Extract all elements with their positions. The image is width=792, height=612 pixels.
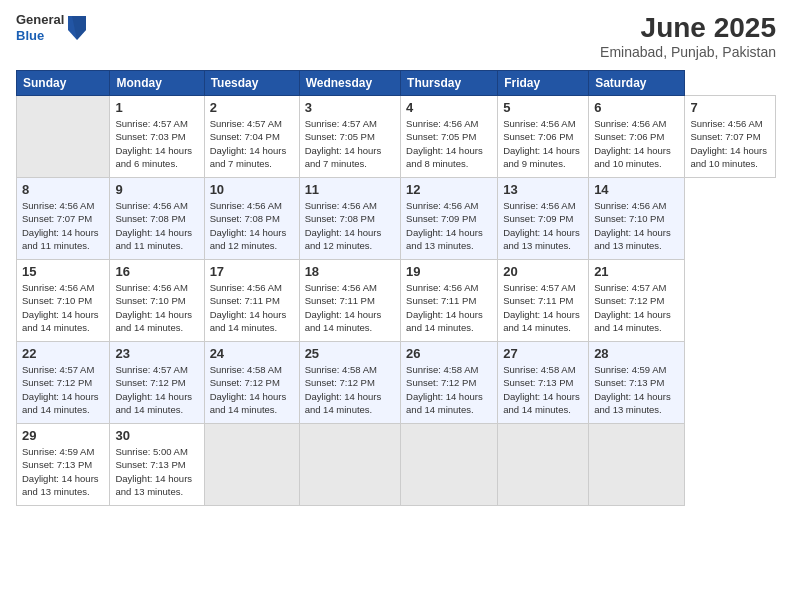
day-info: Sunrise: 4:56 AM Sunset: 7:06 PM Dayligh… (503, 117, 583, 170)
day-info: Sunrise: 4:56 AM Sunset: 7:10 PM Dayligh… (594, 199, 679, 252)
daylight: Daylight: 14 hours and 11 minutes. (115, 227, 192, 251)
table-row: 10 Sunrise: 4:56 AM Sunset: 7:08 PM Dayl… (204, 178, 299, 260)
day-info: Sunrise: 4:57 AM Sunset: 7:12 PM Dayligh… (22, 363, 104, 416)
sunrise: Sunrise: 4:56 AM (406, 200, 478, 211)
daylight: Daylight: 14 hours and 13 minutes. (594, 227, 671, 251)
sunset: Sunset: 7:08 PM (305, 213, 375, 224)
table-row: 14 Sunrise: 4:56 AM Sunset: 7:10 PM Dayl… (589, 178, 685, 260)
sunrise: Sunrise: 5:00 AM (115, 446, 187, 457)
day-number: 18 (305, 264, 395, 279)
sunrise: Sunrise: 4:56 AM (210, 200, 282, 211)
logo-general: General (16, 12, 64, 28)
sunset: Sunset: 7:05 PM (305, 131, 375, 142)
daylight: Daylight: 14 hours and 7 minutes. (210, 145, 287, 169)
table-row (401, 424, 498, 506)
daylight: Daylight: 14 hours and 12 minutes. (305, 227, 382, 251)
daylight: Daylight: 14 hours and 14 minutes. (594, 309, 671, 333)
day-number: 2 (210, 100, 294, 115)
daylight: Daylight: 14 hours and 9 minutes. (503, 145, 580, 169)
table-row: 24 Sunrise: 4:58 AM Sunset: 7:12 PM Dayl… (204, 342, 299, 424)
daylight: Daylight: 14 hours and 14 minutes. (406, 391, 483, 415)
day-info: Sunrise: 4:58 AM Sunset: 7:12 PM Dayligh… (305, 363, 395, 416)
sunrise: Sunrise: 4:56 AM (115, 282, 187, 293)
sunset: Sunset: 7:03 PM (115, 131, 185, 142)
calendar-title: June 2025 (600, 12, 776, 44)
day-number: 27 (503, 346, 583, 361)
col-tuesday: Tuesday (204, 71, 299, 96)
sunset: Sunset: 7:12 PM (22, 377, 92, 388)
table-row: 17 Sunrise: 4:56 AM Sunset: 7:11 PM Dayl… (204, 260, 299, 342)
day-number: 4 (406, 100, 492, 115)
col-monday: Monday (110, 71, 204, 96)
daylight: Daylight: 14 hours and 14 minutes. (22, 309, 99, 333)
sunset: Sunset: 7:10 PM (115, 295, 185, 306)
sunset: Sunset: 7:06 PM (503, 131, 573, 142)
day-info: Sunrise: 4:57 AM Sunset: 7:05 PM Dayligh… (305, 117, 395, 170)
day-number: 9 (115, 182, 198, 197)
daylight: Daylight: 14 hours and 14 minutes. (115, 391, 192, 415)
sunrise: Sunrise: 4:56 AM (22, 200, 94, 211)
table-row: 26 Sunrise: 4:58 AM Sunset: 7:12 PM Dayl… (401, 342, 498, 424)
table-row: 21 Sunrise: 4:57 AM Sunset: 7:12 PM Dayl… (589, 260, 685, 342)
sunrise: Sunrise: 4:58 AM (503, 364, 575, 375)
day-number: 10 (210, 182, 294, 197)
day-info: Sunrise: 4:57 AM Sunset: 7:11 PM Dayligh… (503, 281, 583, 334)
daylight: Daylight: 14 hours and 14 minutes. (305, 391, 382, 415)
daylight: Daylight: 14 hours and 14 minutes. (503, 391, 580, 415)
table-row: 6 Sunrise: 4:56 AM Sunset: 7:06 PM Dayli… (589, 96, 685, 178)
day-info: Sunrise: 4:56 AM Sunset: 7:10 PM Dayligh… (22, 281, 104, 334)
table-row: 18 Sunrise: 4:56 AM Sunset: 7:11 PM Dayl… (299, 260, 400, 342)
sunrise: Sunrise: 4:57 AM (594, 282, 666, 293)
sunrise: Sunrise: 4:57 AM (22, 364, 94, 375)
day-info: Sunrise: 4:56 AM Sunset: 7:07 PM Dayligh… (690, 117, 770, 170)
sunrise: Sunrise: 4:56 AM (305, 282, 377, 293)
table-row: 12 Sunrise: 4:56 AM Sunset: 7:09 PM Dayl… (401, 178, 498, 260)
daylight: Daylight: 14 hours and 13 minutes. (406, 227, 483, 251)
sunset: Sunset: 7:10 PM (22, 295, 92, 306)
table-row (204, 424, 299, 506)
day-number: 5 (503, 100, 583, 115)
day-number: 14 (594, 182, 679, 197)
sunrise: Sunrise: 4:56 AM (594, 118, 666, 129)
day-info: Sunrise: 4:57 AM Sunset: 7:12 PM Dayligh… (115, 363, 198, 416)
daylight: Daylight: 14 hours and 11 minutes. (22, 227, 99, 251)
day-number: 12 (406, 182, 492, 197)
day-number: 20 (503, 264, 583, 279)
daylight: Daylight: 14 hours and 14 minutes. (210, 391, 287, 415)
sunset: Sunset: 7:04 PM (210, 131, 280, 142)
calendar-week-row: 22 Sunrise: 4:57 AM Sunset: 7:12 PM Dayl… (17, 342, 776, 424)
day-info: Sunrise: 4:58 AM Sunset: 7:12 PM Dayligh… (210, 363, 294, 416)
day-info: Sunrise: 4:56 AM Sunset: 7:11 PM Dayligh… (305, 281, 395, 334)
daylight: Daylight: 14 hours and 12 minutes. (210, 227, 287, 251)
day-number: 30 (115, 428, 198, 443)
day-number: 24 (210, 346, 294, 361)
sunrise: Sunrise: 4:56 AM (503, 118, 575, 129)
calendar-week-row: 8 Sunrise: 4:56 AM Sunset: 7:07 PM Dayli… (17, 178, 776, 260)
sunrise: Sunrise: 4:57 AM (115, 118, 187, 129)
sunrise: Sunrise: 4:56 AM (503, 200, 575, 211)
table-row: 29 Sunrise: 4:59 AM Sunset: 7:13 PM Dayl… (17, 424, 110, 506)
sunrise: Sunrise: 4:57 AM (503, 282, 575, 293)
calendar-week-row: 1 Sunrise: 4:57 AM Sunset: 7:03 PM Dayli… (17, 96, 776, 178)
daylight: Daylight: 14 hours and 14 minutes. (305, 309, 382, 333)
day-number: 16 (115, 264, 198, 279)
day-info: Sunrise: 4:56 AM Sunset: 7:07 PM Dayligh… (22, 199, 104, 252)
daylight: Daylight: 14 hours and 14 minutes. (22, 391, 99, 415)
daylight: Daylight: 14 hours and 7 minutes. (305, 145, 382, 169)
day-info: Sunrise: 4:56 AM Sunset: 7:08 PM Dayligh… (210, 199, 294, 252)
day-number: 13 (503, 182, 583, 197)
table-row: 2 Sunrise: 4:57 AM Sunset: 7:04 PM Dayli… (204, 96, 299, 178)
day-info: Sunrise: 4:56 AM Sunset: 7:06 PM Dayligh… (594, 117, 679, 170)
calendar-page: General Blue June 2025 Eminabad, Punjab,… (0, 0, 792, 612)
sunrise: Sunrise: 4:57 AM (305, 118, 377, 129)
day-number: 1 (115, 100, 198, 115)
sunset: Sunset: 7:11 PM (503, 295, 573, 306)
sunrise: Sunrise: 4:56 AM (406, 118, 478, 129)
day-info: Sunrise: 4:57 AM Sunset: 7:03 PM Dayligh… (115, 117, 198, 170)
logo-icon (68, 16, 86, 40)
day-info: Sunrise: 4:56 AM Sunset: 7:05 PM Dayligh… (406, 117, 492, 170)
sunset: Sunset: 7:11 PM (305, 295, 375, 306)
calendar-table: Sunday Monday Tuesday Wednesday Thursday… (16, 70, 776, 506)
day-number: 22 (22, 346, 104, 361)
table-row: 5 Sunrise: 4:56 AM Sunset: 7:06 PM Dayli… (498, 96, 589, 178)
